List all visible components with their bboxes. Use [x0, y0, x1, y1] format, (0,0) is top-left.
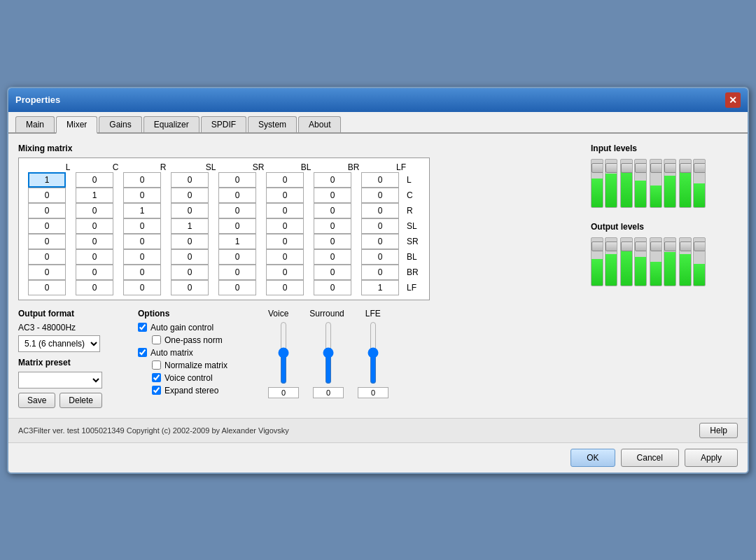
option-row-0: Auto gain control: [138, 323, 250, 332]
cancel-button[interactable]: Cancel: [621, 449, 679, 467]
option-checkbox-5[interactable]: [152, 386, 161, 395]
matrix-input-0-6[interactable]: [314, 172, 351, 188]
matrix-input-7-4[interactable]: [218, 280, 256, 295]
matrix-input-2-1[interactable]: [76, 203, 113, 218]
voice-slider[interactable]: [275, 321, 292, 384]
matrix-input-5-3[interactable]: [171, 249, 209, 265]
col-header-L: L: [44, 162, 92, 172]
matrix-input-2-0[interactable]: [28, 203, 66, 218]
matrix-input-0-5[interactable]: [266, 172, 304, 188]
matrix-input-1-5[interactable]: [266, 188, 304, 203]
output-format-label: Output format: [18, 309, 127, 318]
matrix-input-3-5[interactable]: [266, 218, 304, 234]
matrix-input-2-4[interactable]: [218, 203, 256, 218]
matrix-input-6-2[interactable]: [123, 265, 161, 280]
matrix-input-3-1[interactable]: [76, 218, 113, 234]
matrix-input-4-5[interactable]: [266, 234, 304, 249]
level-bar-knob-2-1: [664, 241, 676, 251]
tab-gains[interactable]: Gains: [99, 116, 141, 132]
matrix-input-6-7[interactable]: [361, 265, 399, 280]
matrix-input-5-1[interactable]: [76, 249, 113, 265]
matrix-input-5-5[interactable]: [266, 249, 304, 265]
tab-system[interactable]: System: [248, 116, 297, 132]
matrix-input-2-3[interactable]: [171, 203, 209, 218]
tab-main[interactable]: Main: [15, 116, 55, 132]
matrix-input-7-2[interactable]: [123, 280, 161, 295]
matrix-input-2-6[interactable]: [314, 203, 351, 218]
matrix-input-1-2[interactable]: [123, 188, 161, 203]
matrix-input-0-4[interactable]: [218, 172, 256, 188]
option-checkbox-2[interactable]: [138, 348, 147, 357]
matrix-input-6-6[interactable]: [314, 265, 351, 280]
matrix-input-2-5[interactable]: [266, 203, 304, 218]
ok-button[interactable]: OK: [570, 449, 615, 467]
matrix-input-4-4[interactable]: [218, 234, 256, 249]
help-button[interactable]: Help: [699, 423, 738, 438]
option-checkbox-3[interactable]: [152, 360, 161, 370]
matrix-input-7-6[interactable]: [314, 280, 351, 295]
matrix-input-2-2[interactable]: [123, 203, 161, 218]
matrix-input-1-6[interactable]: [314, 188, 351, 203]
matrix-input-2-7[interactable]: [361, 203, 399, 218]
main-row: Mixing matrix L C R SL SR BL BR LF LCRSL…: [18, 144, 738, 408]
matrix-input-1-0[interactable]: [28, 188, 66, 203]
surround-slider[interactable]: [320, 321, 337, 384]
matrix-input-5-4[interactable]: [218, 249, 256, 265]
matrix-input-0-1[interactable]: [76, 172, 113, 188]
matrix-input-3-0[interactable]: [28, 218, 66, 234]
matrix-input-7-7[interactable]: [361, 280, 399, 295]
matrix-input-7-1[interactable]: [76, 280, 113, 295]
matrix-input-6-5[interactable]: [266, 265, 304, 280]
matrix-input-1-4[interactable]: [218, 188, 256, 203]
option-checkbox-4[interactable]: [152, 373, 161, 382]
matrix-input-1-7[interactable]: [361, 188, 399, 203]
delete-button[interactable]: Delete: [59, 393, 102, 408]
matrix-input-6-0[interactable]: [28, 265, 66, 280]
apply-button[interactable]: Apply: [685, 449, 738, 467]
matrix-input-0-2[interactable]: [123, 172, 161, 188]
matrix-input-4-3[interactable]: [171, 234, 209, 249]
option-checkbox-1[interactable]: [152, 335, 161, 344]
tab-about[interactable]: About: [298, 116, 341, 132]
matrix-input-6-4[interactable]: [218, 265, 256, 280]
matrix-input-1-3[interactable]: [171, 188, 209, 203]
matrix-input-4-0[interactable]: [28, 234, 66, 249]
matrix-input-7-5[interactable]: [266, 280, 304, 295]
matrix-input-3-3[interactable]: [171, 218, 209, 234]
option-row-3: Normalize matrix: [152, 360, 250, 370]
close-button[interactable]: ✕: [725, 92, 741, 108]
channel-select[interactable]: 5.1 (6 channels) 2.0 (Stereo) 7.1 (8 cha…: [18, 335, 100, 352]
save-button[interactable]: Save: [18, 393, 55, 408]
matrix-input-0-7[interactable]: [361, 172, 399, 188]
matrix-input-5-0[interactable]: [28, 249, 66, 265]
lfe-slider[interactable]: [365, 321, 382, 384]
level-bar-1-0: [620, 237, 633, 286]
matrix-input-7-3[interactable]: [171, 280, 209, 295]
matrix-input-4-7[interactable]: [361, 234, 399, 249]
matrix-input-0-3[interactable]: [171, 172, 209, 188]
slider-group: 0 0 0: [261, 321, 394, 398]
matrix-input-3-4[interactable]: [218, 218, 256, 234]
tab-spdif[interactable]: SPDIF: [201, 116, 246, 132]
matrix-cell-6-4: [214, 265, 261, 280]
matrix-input-1-1[interactable]: [76, 188, 113, 203]
option-label-4: Voice control: [164, 373, 213, 383]
tab-mixer[interactable]: Mixer: [56, 116, 97, 134]
matrix-input-7-0[interactable]: [28, 280, 66, 295]
option-checkbox-0[interactable]: [138, 323, 147, 332]
matrix-input-4-6[interactable]: [314, 234, 351, 249]
matrix-input-4-1[interactable]: [76, 234, 113, 249]
matrix-input-5-6[interactable]: [314, 249, 351, 265]
matrix-input-0-0[interactable]: [28, 172, 66, 188]
matrix-input-3-6[interactable]: [314, 218, 351, 234]
matrix-input-3-2[interactable]: [123, 218, 161, 234]
matrix-input-4-2[interactable]: [123, 234, 161, 249]
matrix-input-5-7[interactable]: [361, 249, 399, 265]
matrix-input-5-2[interactable]: [123, 249, 161, 265]
matrix-input-3-7[interactable]: [361, 218, 399, 234]
level-bar-fill-0-0: [592, 178, 603, 207]
preset-select[interactable]: [18, 372, 102, 388]
matrix-input-6-3[interactable]: [171, 265, 209, 280]
tab-equalizer[interactable]: Equalizer: [144, 116, 200, 132]
matrix-input-6-1[interactable]: [76, 265, 113, 280]
